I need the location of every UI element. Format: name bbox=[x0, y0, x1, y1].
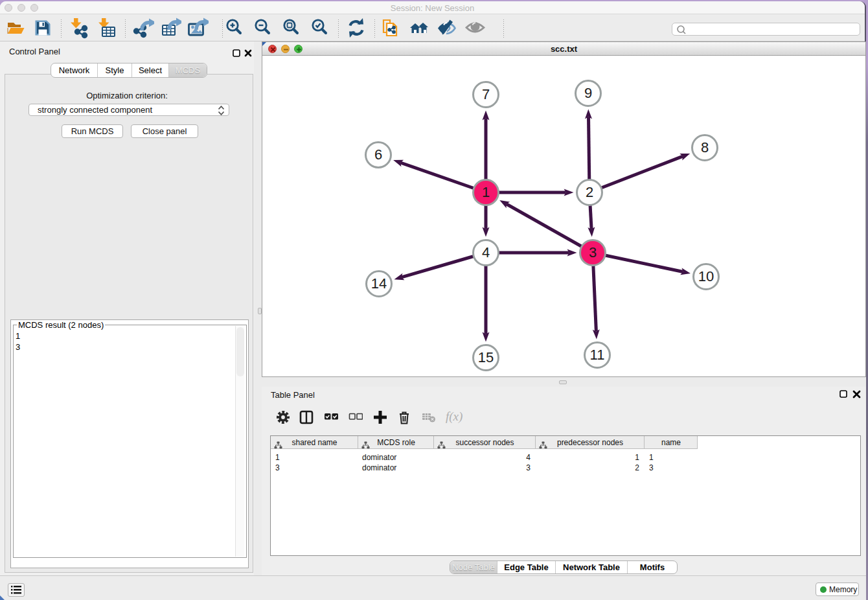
svg-text:6: 6 bbox=[374, 146, 382, 163]
svg-text:10: 10 bbox=[698, 268, 714, 284]
svg-text:4: 4 bbox=[482, 244, 490, 260]
svg-text:1: 1 bbox=[482, 184, 490, 200]
svg-text:2: 2 bbox=[586, 184, 593, 200]
svg-text:15: 15 bbox=[478, 349, 494, 365]
svg-text:9: 9 bbox=[584, 85, 592, 101]
svg-text:8: 8 bbox=[701, 139, 709, 156]
svg-text:7: 7 bbox=[482, 86, 490, 102]
svg-text:3: 3 bbox=[589, 244, 597, 260]
svg-text:11: 11 bbox=[590, 347, 605, 363]
svg-text:14: 14 bbox=[371, 275, 387, 292]
